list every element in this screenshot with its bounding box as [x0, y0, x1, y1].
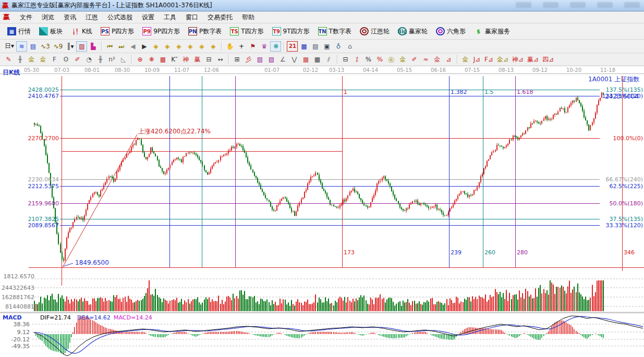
zigzag-wave-tool-icon[interactable]: ≋ [16, 41, 27, 52]
jump-first-icon[interactable]: ⏮ [104, 41, 115, 52]
percent-red-icon[interactable]: % [374, 54, 385, 65]
trade-notes-icon[interactable]: ▤ [310, 41, 321, 52]
titlebar-faded-item[interactable] [597, 2, 613, 8]
titlebar-faded-item[interactable] [570, 2, 586, 8]
fan-lines-icon[interactable]: 彡 [243, 54, 254, 65]
menu-item-5[interactable]: 公式选股 [103, 12, 137, 23]
titlebar-faded-item[interactable] [624, 2, 640, 8]
spiral-tool-icon[interactable]: ʘ [60, 54, 71, 65]
f-grid-icon[interactable]: F [49, 54, 60, 65]
menu-item-10[interactable]: 帮助 [237, 12, 259, 23]
f-angle-icon[interactable]: F⊿ [483, 54, 495, 65]
menu-item-1[interactable]: 文件 [15, 12, 37, 23]
remote-service-icon[interactable]: ⌂ [344, 41, 355, 52]
chart-area[interactable]: 日K线 1A0001 上证指数 05-3007-0308-0108-3010-0… [0, 66, 644, 357]
candle-style-dropdown-icon[interactable]: ║▾ [65, 41, 76, 52]
next-bar-icon[interactable]: ▶ [139, 41, 150, 52]
ying-grid-icon[interactable]: 赢 [192, 54, 203, 65]
titlebar-faded-item[interactable] [543, 2, 558, 8]
gold-level-icon[interactable]: 金 [397, 54, 408, 65]
red-angle-icon[interactable]: ⊿ [443, 54, 454, 65]
fan-box-icon[interactable]: ▨ [254, 54, 265, 65]
zoom-all-icon[interactable]: ◈ [208, 41, 218, 52]
toolbar-item-赢家服务[interactable]: $赢家服务 [471, 26, 513, 38]
j-angle-icon[interactable]: J⊿ [471, 54, 482, 65]
calculator-icon[interactable]: ▦ [298, 41, 309, 52]
menu-item-8[interactable]: 窗口 [181, 12, 203, 23]
percent-line-icon[interactable]: ⁒ [351, 54, 362, 65]
red-grid-icon[interactable]: ▦ [300, 54, 311, 65]
slant-lines-icon[interactable]: ⫽ [323, 54, 334, 65]
zoom-expand-icon[interactable]: ◈ [196, 41, 207, 52]
shen-grid-icon[interactable]: 神 [180, 54, 191, 65]
box-frame-icon[interactable]: ⊞ [232, 54, 242, 65]
circle-cross-icon[interactable]: ⊕ [135, 54, 145, 65]
gann-crown-tool-icon[interactable]: ♛ [259, 41, 270, 52]
angle-ruler-icon[interactable]: ◺ [118, 54, 129, 65]
info-panel-icon[interactable]: ▤ [28, 41, 39, 52]
ruler-123-icon[interactable]: ⊟ [203, 54, 214, 65]
gold-grid-2-icon[interactable]: 金 [38, 54, 48, 65]
red-pattern-tool-icon[interactable]: ▨ [76, 41, 87, 52]
axis-grid-icon[interactable]: ▦ [312, 54, 323, 65]
gold-grid-icon[interactable]: 金 [26, 54, 37, 65]
zoom-horizontal-icon[interactable]: ◈ [173, 41, 184, 52]
toolbar-item-赢家轮[interactable]: Big赢家轮 [395, 26, 431, 38]
calendar-21-icon[interactable]: 21 [287, 41, 298, 52]
toolbar-item-板块[interactable]: 板块 [36, 26, 66, 38]
menu-item-7[interactable]: 工具 [159, 12, 181, 23]
draw-pencil-icon[interactable]: ✎ [3, 54, 14, 65]
star-web-icon[interactable]: ❋ [146, 54, 157, 65]
fan-box-2-icon[interactable]: ▧ [266, 54, 277, 65]
mini-chart-9-icon[interactable]: ∿9 [52, 41, 65, 52]
percent-icon[interactable]: % [363, 54, 374, 65]
save-icon[interactable]: ▣ [321, 41, 332, 52]
zoom-right-icon[interactable]: ◈ [162, 41, 173, 52]
zoom-compress-icon[interactable]: ◈ [185, 41, 196, 52]
width-measure-icon[interactable]: ↔ [215, 54, 226, 65]
v-wave-icon[interactable]: ⋁ [289, 54, 300, 65]
crosshair-icon[interactable]: + [236, 41, 247, 52]
web-box-icon[interactable]: ▩ [157, 54, 168, 65]
toolbar-item-江恩轮[interactable]: 江恩轮 [357, 26, 393, 38]
menu-item-2[interactable]: 浏览 [37, 12, 59, 23]
comb-grid-icon[interactable]: ╫ [15, 54, 26, 65]
angle-flag-tool-icon[interactable]: ⚑ [247, 41, 258, 52]
toolbar-item-P数字表[interactable]: PNP数字表 [185, 26, 225, 38]
angle-lines-icon[interactable]: ∠ [277, 54, 288, 65]
toolbar-item-P四方形[interactable]: PSP四方形 [98, 26, 137, 38]
gold-circle-icon[interactable]: ㊎ [386, 54, 397, 65]
price-ladder-icon[interactable]: ⊟ [340, 54, 351, 65]
toolbar-item-K线[interactable]: ╽╿K线 [68, 26, 95, 38]
time-circle-icon[interactable]: ◔ [83, 54, 94, 65]
si-angle-icon[interactable]: 四⊿ [541, 54, 555, 65]
menu-item-3[interactable]: 资讯 [59, 12, 81, 23]
jump-last-icon[interactable]: ⏭ [116, 41, 127, 52]
shen-angle-icon[interactable]: 神⊿ [511, 54, 525, 65]
toolbar-item-T数字表[interactable]: TNT数字表 [315, 26, 355, 38]
gold-angle-icon[interactable]: 金⊿ [495, 54, 510, 65]
toolbar-item-行情[interactable]: ▦行情 [4, 26, 34, 38]
ying-angle-icon[interactable]: 赢⊿ [526, 54, 540, 65]
menu-item-9[interactable]: 交易委托 [203, 12, 237, 23]
pane-splitter[interactable] [0, 311, 644, 313]
mini-chart-3-icon[interactable]: ∿3 [39, 41, 52, 52]
pan-hand-icon[interactable]: ✋ [224, 41, 235, 52]
ruler-pencil-icon[interactable]: ✐ [72, 54, 83, 65]
menu-item-6[interactable]: 设置 [137, 12, 159, 23]
gold-red-level-icon[interactable]: 金 [432, 54, 443, 65]
zoom-left-icon[interactable]: ◈ [150, 41, 161, 52]
volume-histogram-tool-icon[interactable]: ▙ [88, 41, 99, 52]
n-squared-icon[interactable]: n² [106, 54, 117, 65]
k-quote-icon[interactable]: K″ [169, 54, 180, 65]
web-brain-tool-icon[interactable]: ❋ [270, 41, 281, 52]
menu-item-4[interactable]: 江恩 [81, 12, 103, 23]
period-day-dropdown-icon[interactable]: 日▾ [3, 41, 16, 52]
toolbar-item-T四方形[interactable]: TST四方形 [227, 26, 266, 38]
comb-grid-2-icon[interactable]: ╫ [95, 54, 106, 65]
gold-underline-icon[interactable]: 金 [460, 54, 471, 65]
toolbar-item-9P四方形[interactable]: P99P四方形 [139, 26, 183, 38]
flag-pencil-icon[interactable]: ✐ [409, 54, 420, 65]
send-report-icon[interactable]: ♁ [333, 41, 344, 52]
wave-band-icon[interactable]: ≈ [420, 54, 431, 65]
